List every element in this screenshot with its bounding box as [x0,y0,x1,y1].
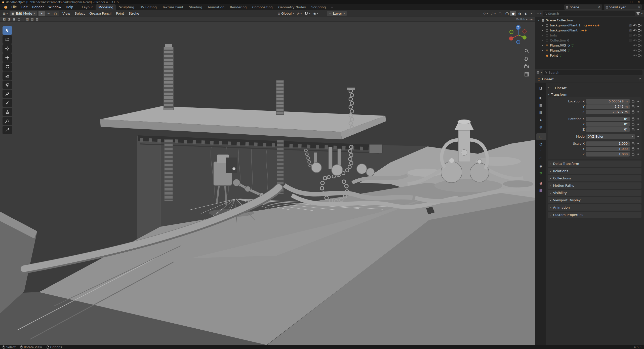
hide-eye-icon[interactable] [633,44,637,47]
animate-dot[interactable] [636,148,640,149]
outliner-search[interactable] [543,11,635,16]
mode-dropdown[interactable]: ▣ Edit Mode ▾ [10,11,37,16]
tool-curve[interactable] [3,117,12,125]
workspace-tab-shading[interactable]: Shading [186,4,205,10]
location-x-field[interactable]: 0.003028 m [586,99,630,104]
pin-icon[interactable] [638,77,641,81]
workspace-tab-rendering[interactable]: Rendering [227,4,249,10]
xray-toggle[interactable]: ◫ [497,11,503,16]
tool-rotate[interactable] [3,62,12,71]
filter-funnel-icon[interactable] [636,12,640,15]
menu-render[interactable]: Render [30,4,46,10]
remove-viewlayer-icon[interactable]: × [638,6,640,9]
scale-z-field[interactable]: 1.000 [586,152,630,157]
panel-motion-paths[interactable]: ▸ Motion Paths [548,182,641,189]
workspace-tab-modeling[interactable]: Modeling [96,4,116,10]
transform-orientation-dropdown[interactable]: ⊕ Global ▾ [276,11,295,16]
animate-dot[interactable] [636,101,640,102]
tool-setting-icon-a[interactable]: ◧ [2,18,6,21]
panel-relations[interactable]: ▸ Relations [548,168,641,174]
pivot-point-dropdown[interactable]: ◎ ▾ [296,11,303,16]
render-camera-icon[interactable] [638,44,641,47]
minimize-button[interactable]: ─ [620,0,627,4]
render-camera-icon[interactable] [638,54,641,57]
outliner-row-backgroundplant[interactable]: ▸ ▢ backgroundPlant ◇◆◉ ✓ [536,28,643,33]
menu-view[interactable]: View [60,12,72,15]
tab-view-layer[interactable]: ▦ [536,109,546,116]
shading-options-dropdown[interactable]: ▾ [529,11,533,16]
menu-window[interactable]: Window [46,4,63,10]
lock-icon[interactable] [631,142,635,145]
tab-object-data[interactable]: ▽ [536,170,546,177]
disclosure-triangle-icon[interactable]: ▸ [541,39,544,42]
workspace-tab-geometry-nodes[interactable]: Geometry Nodes [275,4,309,10]
pan-hand-icon[interactable] [524,56,529,61]
tool-scale[interactable] [3,71,12,80]
tab-tool[interactable]: ◨ [536,84,546,91]
tool-setting-icon-f[interactable]: ▤ [30,18,34,21]
disclosure-triangle-icon[interactable]: ▸ [541,29,544,31]
hide-eye-icon[interactable] [633,39,637,42]
viewlayer-selector[interactable]: ▤ ViewLayer × [604,5,642,10]
outliner-row-plane-006[interactable]: ▸ ▽ Plane.006 ▽ [536,48,643,53]
new-scene-icon[interactable]: ⊕ [598,6,600,9]
object-name-row[interactable]: ▾ ▢ LineArt [548,84,641,91]
exclude-checkbox[interactable]: ✓ [629,24,632,27]
lock-icon[interactable] [631,147,635,151]
material-preview-button[interactable]: ◑ [516,11,522,16]
exclude-checkbox[interactable] [629,34,632,37]
lock-icon[interactable] [631,105,635,108]
animate-dot[interactable] [636,153,640,155]
animate-dot[interactable] [636,106,640,107]
animate-dot[interactable] [636,118,640,120]
outliner-row-scene-collection[interactable]: ▾ ▦ Scene Collection [536,18,643,23]
close-button[interactable]: × [635,0,642,4]
scene-3d-view[interactable] [0,22,535,345]
rotation-z-field[interactable]: 0° [586,127,630,132]
tab-constraints[interactable]: ◉ [536,162,546,169]
animate-dot[interactable] [636,129,640,130]
workspace-tab-sculpting[interactable]: Sculpting [116,4,137,10]
lock-icon[interactable] [631,152,635,156]
outliner-editor-icon[interactable]: ≡ [537,12,539,15]
tab-scene[interactable]: ◭ [536,116,546,123]
render-camera-icon[interactable] [638,29,641,32]
properties-search[interactable] [543,70,642,75]
tool-transform[interactable] [3,81,12,89]
panel-collections[interactable]: ▸ Collections [548,175,641,181]
maximize-button[interactable]: □ [627,0,635,4]
tool-select-box[interactable] [3,35,12,44]
disclosure-triangle-icon[interactable]: ▸ [541,49,544,52]
workspace-tab-animation[interactable]: Animation [205,4,227,10]
tab-render[interactable]: ◧ [536,94,546,101]
menu-edit[interactable]: Edit [19,4,30,10]
breadcrumb-object-name[interactable]: LineArt [542,77,553,81]
tool-measure[interactable] [3,99,12,107]
rotation-x-field[interactable]: 0° [586,117,630,121]
lock-icon[interactable] [631,128,635,131]
show-gizmo-dropdown[interactable]: ◇ ▾ [482,11,489,16]
tab-output[interactable]: ▤ [536,101,546,108]
transform-panel-header[interactable]: ▾ Transform [548,91,641,97]
tool-setting-icon-c[interactable]: ▣ [12,18,16,21]
tool-setting-icon-g[interactable]: ▥ [35,18,39,21]
scale-x-field[interactable]: 1.000 [586,141,630,146]
blender-logo-icon[interactable] [3,5,8,9]
workspace-tab-scripting[interactable]: Scripting [309,4,329,10]
tab-texture[interactable]: ▩ [536,187,546,194]
panel-delta-transform[interactable]: ▸ Delta Transform [548,161,641,167]
lock-icon[interactable] [631,117,635,121]
menu-help[interactable]: Help [64,4,76,10]
add-workspace-button[interactable]: + [329,4,335,10]
hide-eye-icon[interactable] [633,54,637,57]
exclude-checkbox[interactable]: ✓ [629,29,632,32]
render-camera-icon[interactable] [638,34,641,37]
show-overlays-dropdown[interactable]: ◌ ▾ [490,11,497,16]
workspace-tab-uv-editing[interactable]: UV Editing [137,4,159,10]
tab-world[interactable]: ◍ [536,123,546,130]
proportional-edit-dropdown[interactable]: ◉ ▾ [312,11,319,16]
lock-icon[interactable] [631,110,635,114]
window-titlebar[interactable]: darkRobotJam [U:\Blender\Assets\robots\d… [0,0,644,4]
hide-eye-icon[interactable] [633,24,637,27]
render-camera-icon[interactable] [638,24,641,27]
